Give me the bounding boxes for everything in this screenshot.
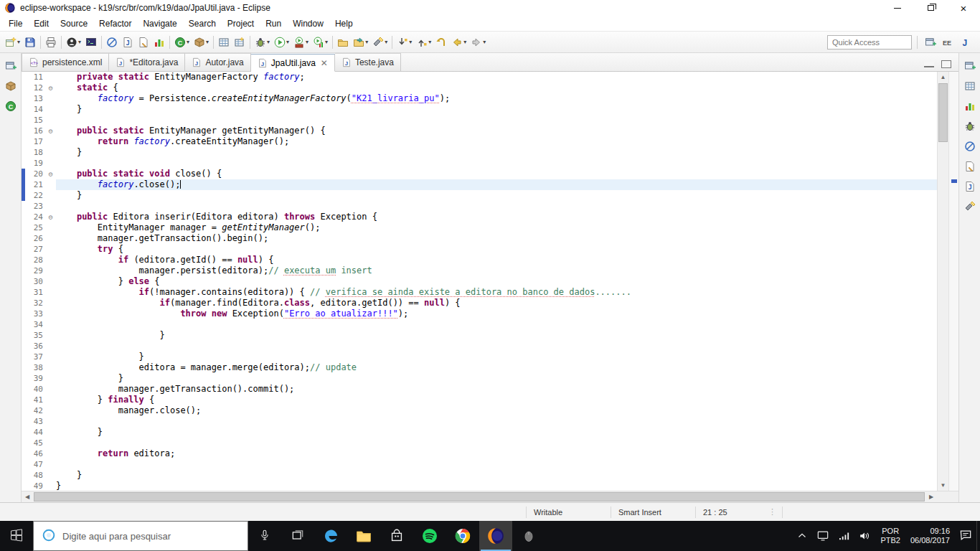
new-java-package-button[interactable]: ▾ [192, 34, 211, 51]
taskbar-edge-button[interactable] [314, 521, 347, 551]
line-number[interactable]: 24 [25, 212, 45, 222]
code-text[interactable] [56, 115, 937, 126]
fold-marker[interactable] [45, 405, 56, 416]
code-text[interactable]: EntityManager manager = getEntityManager… [56, 222, 937, 233]
code-text[interactable] [56, 341, 937, 352]
code-text[interactable]: } else { [56, 276, 937, 287]
fold-marker[interactable] [45, 136, 56, 147]
menu-item-edit[interactable]: Edit [28, 17, 55, 30]
search-view-icon[interactable] [963, 199, 977, 214]
line-number[interactable]: 38 [25, 362, 45, 373]
fold-marker[interactable] [45, 416, 56, 427]
line-number[interactable]: 32 [25, 298, 45, 309]
code-text[interactable]: try { [56, 244, 937, 255]
code-text[interactable]: return editora; [56, 448, 937, 459]
line-number[interactable]: 40 [25, 384, 45, 395]
menu-item-help[interactable]: Help [329, 17, 359, 30]
dropdown-arrow-icon[interactable]: ▾ [306, 39, 308, 45]
fold-marker[interactable] [45, 448, 56, 459]
javadoc-view-icon[interactable] [963, 159, 977, 174]
print-button[interactable] [43, 34, 59, 51]
new-java-class-button[interactable]: C▾ [172, 34, 192, 51]
new-wizard-button[interactable]: ▾ [3, 34, 22, 51]
code-text[interactable]: } [56, 352, 937, 362]
fold-marker[interactable] [45, 147, 56, 158]
user-profile-button[interactable]: ▾ [64, 34, 83, 51]
task-view-button[interactable] [281, 521, 314, 551]
package-explorer-icon[interactable] [4, 79, 18, 93]
line-number[interactable]: 11 [25, 72, 45, 83]
tray-volume-button[interactable] [854, 521, 875, 551]
line-number[interactable]: 19 [25, 158, 45, 169]
taskbar-mic-button[interactable] [248, 521, 281, 551]
code-text[interactable]: if(manager.find(Editora.class, editora.g… [56, 298, 937, 309]
code-text[interactable]: manager.getTransaction().commit(); [56, 384, 937, 395]
line-number[interactable]: 48 [25, 470, 45, 481]
code-text[interactable] [56, 416, 937, 427]
ant-view-icon[interactable] [963, 119, 977, 133]
code-text[interactable]: } [56, 190, 937, 201]
fold-marker[interactable] [45, 362, 56, 373]
tray-network-button[interactable] [834, 521, 854, 551]
java-search-button[interactable]: J [120, 34, 136, 51]
fold-marker[interactable] [45, 201, 56, 212]
previous-annotation-button[interactable]: ▾ [414, 34, 433, 51]
code-text[interactable]: } [56, 104, 937, 115]
search-button[interactable]: ▾ [370, 34, 390, 51]
menu-item-run[interactable]: Run [260, 17, 287, 30]
editor-tab-persistencexml[interactable]: <?>persistence.xml [22, 53, 109, 71]
editor-tab-jpautiljava[interactable]: JJpaUtil.java✕ [251, 54, 335, 72]
line-number[interactable]: 31 [25, 287, 45, 298]
taskbar-store-button[interactable] [380, 521, 413, 551]
taskbar-explorer-button[interactable] [347, 521, 380, 551]
minimize-editor-button[interactable] [924, 62, 934, 67]
fold-marker[interactable] [45, 233, 56, 244]
tray-display-button[interactable] [812, 521, 834, 551]
fold-marker[interactable] [45, 470, 56, 481]
code-text[interactable]: static { [56, 83, 937, 93]
line-number[interactable]: 34 [25, 319, 45, 330]
dropdown-arrow-icon[interactable]: ▾ [365, 39, 368, 45]
vertical-scrollbar[interactable]: ▲ ▼ [937, 72, 948, 491]
javadoc-wizard-button[interactable] [136, 34, 151, 51]
code-text[interactable]: manager.close(); [56, 405, 937, 416]
overview-ruler[interactable] [948, 72, 958, 491]
fold-marker[interactable] [45, 481, 56, 491]
fold-marker[interactable] [45, 438, 56, 448]
problems-view-icon[interactable] [963, 139, 977, 154]
fold-marker[interactable] [45, 330, 56, 341]
fold-marker[interactable] [45, 179, 56, 190]
line-number[interactable]: 47 [25, 459, 45, 470]
line-number[interactable]: 27 [25, 244, 45, 255]
menu-item-source[interactable]: Source [55, 17, 93, 30]
line-number[interactable]: 18 [25, 147, 45, 158]
line-number[interactable]: 15 [25, 115, 45, 126]
line-number[interactable]: 35 [25, 330, 45, 341]
line-number[interactable]: 30 [25, 276, 45, 287]
dropdown-arrow-icon[interactable]: ▾ [17, 39, 20, 45]
quick-access-input[interactable] [827, 35, 912, 50]
fold-marker[interactable]: ⊖ [45, 126, 56, 136]
taskbar-chrome-button[interactable] [446, 521, 479, 551]
code-text[interactable]: throw new Exception("Erro ao atualizar!!… [56, 309, 937, 319]
code-text[interactable] [56, 158, 937, 169]
maximize-editor-button[interactable] [941, 60, 951, 68]
fold-marker[interactable]: ⊖ [45, 212, 56, 222]
type-hierarchy-icon[interactable]: C [4, 99, 18, 113]
fold-marker[interactable] [45, 384, 56, 395]
line-number[interactable]: 20 [25, 169, 45, 179]
fold-marker[interactable] [45, 352, 56, 362]
fold-marker[interactable] [45, 104, 56, 115]
fold-marker[interactable] [45, 276, 56, 287]
vertical-scroll-thumb[interactable] [938, 83, 948, 142]
dropdown-arrow-icon[interactable]: ▾ [206, 39, 209, 45]
dropdown-arrow-icon[interactable]: ▾ [78, 39, 81, 45]
java-perspective-button[interactable]: J [957, 34, 973, 51]
menu-item-search[interactable]: Search [183, 17, 222, 30]
next-annotation-button[interactable]: ▾ [395, 34, 414, 51]
code-text[interactable]: public Editora inserir(Editora editora) … [56, 212, 937, 222]
horizontal-scrollbar[interactable]: ◀ ▶ [22, 491, 958, 502]
fold-marker[interactable] [45, 309, 56, 319]
data-table-button[interactable] [216, 34, 232, 51]
show-desktop-button[interactable] [976, 521, 980, 551]
